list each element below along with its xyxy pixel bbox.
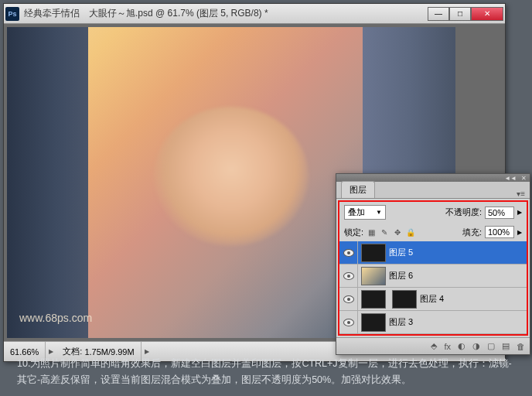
opacity-label: 不透明度:: [445, 207, 482, 218]
image-content: [154, 107, 309, 246]
layer-list: 图层 5 图层 6 图层 4 图层 3: [339, 241, 527, 334]
lock-fill-row: 锁定: ▦ ✎ ✥ 🔒 填充: 100% ▶: [339, 223, 527, 241]
layer-name[interactable]: 图层 4: [420, 293, 527, 305]
layer-item[interactable]: 图层 3: [339, 311, 527, 334]
layer-mask-thumbnail[interactable]: [361, 290, 386, 309]
lock-pixels-icon[interactable]: ✎: [380, 227, 389, 237]
photoshop-icon: Ps: [5, 7, 19, 21]
layers-panel: ◄◄ ✕ 图层 ▾≡ 叠加 ▼ 不透明度: 50% ▶ 锁定: ▦ ✎ ✥ 🔒 …: [336, 173, 530, 355]
window-controls: — □ ✕: [428, 7, 503, 21]
tab-layers[interactable]: 图层: [341, 181, 375, 198]
eye-icon: [343, 272, 354, 280]
visibility-toggle[interactable]: [339, 311, 358, 333]
visibility-toggle[interactable]: [339, 265, 358, 287]
layer-name[interactable]: 图层 5: [389, 247, 527, 258]
highlight-box: 叠加 ▼ 不透明度: 50% ▶ 锁定: ▦ ✎ ✥ 🔒 填充: 100% ▶ …: [338, 200, 528, 336]
visibility-toggle[interactable]: [339, 288, 358, 310]
layer-name[interactable]: 图层 3: [389, 316, 527, 328]
panel-menu-icon[interactable]: ▾≡: [512, 189, 530, 198]
panel-collapse-icon[interactable]: ◄◄: [504, 175, 517, 182]
layer-thumbnail[interactable]: [392, 290, 417, 309]
opacity-input[interactable]: 50%: [485, 207, 514, 219]
chevron-down-icon: ▼: [376, 209, 382, 216]
lock-icons: ▦ ✎ ✥ 🔒: [367, 227, 415, 237]
eye-icon: [343, 295, 354, 303]
layer-thumbnail[interactable]: [361, 313, 386, 332]
opacity-slider-icon[interactable]: ▶: [517, 209, 522, 216]
maximize-button[interactable]: □: [449, 7, 471, 21]
tutorial-caption: 10.为照片制作简单的暗角效果后，新建空白图层并盖印图层，按CTRL+J复制一层…: [0, 348, 532, 397]
minimize-button[interactable]: —: [428, 7, 449, 21]
layer-item[interactable]: 图层 4: [339, 288, 527, 311]
lock-transparency-icon[interactable]: ▦: [367, 227, 376, 237]
blend-mode-dropdown[interactable]: 叠加 ▼: [344, 205, 386, 220]
blend-opacity-row: 叠加 ▼ 不透明度: 50% ▶: [339, 202, 527, 223]
blend-mode-value: 叠加: [348, 207, 365, 218]
eye-icon: [343, 249, 354, 257]
panel-close-icon[interactable]: ✕: [521, 175, 527, 182]
fill-label: 填充:: [462, 227, 482, 238]
layer-thumbnail[interactable]: [361, 267, 386, 285]
layer-name[interactable]: 图层 6: [389, 270, 527, 282]
eye-icon: [343, 319, 354, 326]
layer-item[interactable]: 图层 5: [339, 241, 527, 265]
lock-label: 锁定:: [344, 227, 363, 238]
panel-tabs: 图层 ▾≡: [336, 182, 530, 199]
window-title: 经典牵手情侣 大眼仔～旭.psd @ 61.7% (图层 5, RGB/8) *: [24, 7, 428, 20]
watermark-text: www.68ps.com: [19, 312, 92, 324]
fill-slider-icon[interactable]: ▶: [517, 229, 522, 236]
visibility-toggle[interactable]: [339, 241, 358, 264]
layer-thumbnail[interactable]: [361, 244, 386, 262]
lock-all-icon[interactable]: 🔒: [406, 227, 415, 237]
fill-input[interactable]: 100%: [485, 226, 514, 238]
layer-item[interactable]: 图层 6: [339, 265, 527, 288]
lock-position-icon[interactable]: ✥: [393, 227, 402, 237]
image-content: [7, 27, 88, 338]
close-button[interactable]: ✕: [471, 7, 503, 21]
titlebar[interactable]: Ps 经典牵手情侣 大眼仔～旭.psd @ 61.7% (图层 5, RGB/8…: [4, 4, 505, 24]
